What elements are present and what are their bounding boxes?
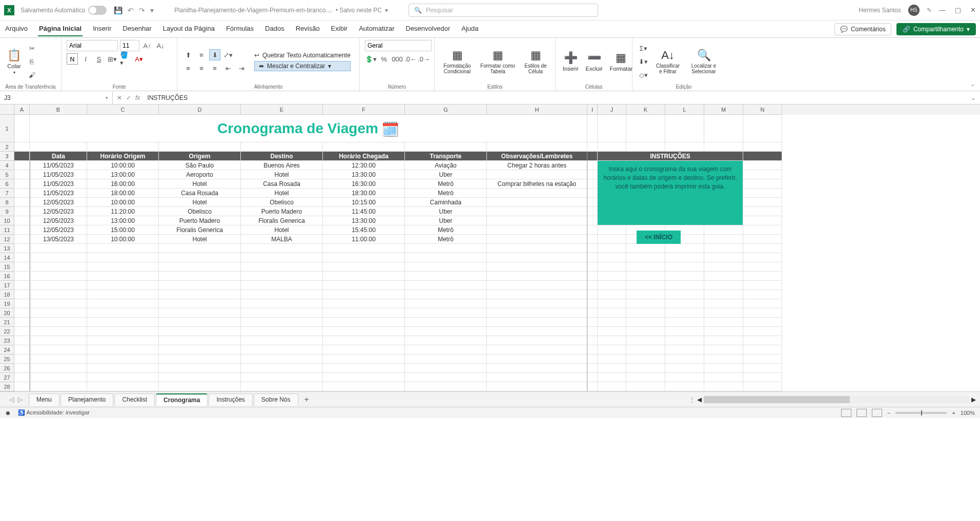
cell[interactable] <box>598 355 626 364</box>
cell[interactable] <box>743 142 782 152</box>
cell[interactable] <box>241 290 323 299</box>
cell[interactable] <box>598 318 626 327</box>
cell[interactable] <box>14 290 30 299</box>
cell[interactable] <box>14 161 30 170</box>
cell[interactable] <box>14 345 30 355</box>
cell-styles-button[interactable]: ▦Estilos de Célula <box>521 48 550 75</box>
cell[interactable] <box>30 308 87 318</box>
search-input[interactable]: 🔍 Pesquisar <box>409 4 598 17</box>
table-cell[interactable]: São Paulo <box>159 161 241 170</box>
table-cell[interactable]: 12:30:00 <box>323 161 405 170</box>
cell[interactable] <box>743 244 782 253</box>
row-header-27[interactable]: 27 <box>0 373 14 382</box>
cell[interactable] <box>487 308 587 318</box>
column-header-N[interactable]: N <box>743 105 782 115</box>
cell[interactable] <box>598 336 626 345</box>
cell[interactable] <box>14 179 30 189</box>
chevron-down-icon[interactable]: ▾ <box>385 7 388 14</box>
cell[interactable] <box>159 355 241 364</box>
cell[interactable] <box>704 253 743 262</box>
cell[interactable] <box>405 244 487 253</box>
cell[interactable] <box>241 142 323 152</box>
cell[interactable] <box>323 272 405 281</box>
row-header-15[interactable]: 15 <box>0 262 14 272</box>
table-cell[interactable]: 10:00:00 <box>87 198 159 207</box>
cell[interactable] <box>665 336 704 345</box>
cell[interactable] <box>87 345 159 355</box>
close-button[interactable]: ✕ <box>970 6 976 14</box>
cell[interactable] <box>159 364 241 373</box>
inicio-button[interactable]: << INÍCIO <box>637 231 681 244</box>
table-cell[interactable]: 15:00:00 <box>87 225 159 235</box>
cell[interactable] <box>598 253 626 262</box>
normal-view-button[interactable] <box>841 409 851 417</box>
cell[interactable] <box>14 253 30 262</box>
cell[interactable] <box>704 299 743 308</box>
cell[interactable] <box>743 253 782 262</box>
accessibility-status[interactable]: ♿ Acessibilidade: investigar <box>18 409 90 416</box>
cell[interactable] <box>704 244 743 253</box>
cell[interactable] <box>87 364 159 373</box>
cell[interactable] <box>405 308 487 318</box>
table-cell[interactable]: Casa Rosada <box>241 179 323 189</box>
cell[interactable] <box>704 272 743 281</box>
cell[interactable] <box>587 207 598 216</box>
cell[interactable] <box>487 290 587 299</box>
cell[interactable] <box>159 299 241 308</box>
italic-button[interactable]: I <box>80 53 91 65</box>
cell[interactable] <box>665 345 704 355</box>
cell[interactable] <box>665 308 704 318</box>
ribbon-tab-automatizar[interactable]: Automatizar <box>358 22 395 36</box>
zoom-in-button[interactable]: + <box>952 410 955 416</box>
table-cell[interactable]: 12/05/2023 <box>30 225 87 235</box>
table-cell[interactable]: 10:15:00 <box>323 198 405 207</box>
cell[interactable] <box>14 235 30 244</box>
fill-icon[interactable]: ⬇▾ <box>638 56 649 67</box>
ribbon-tab-revisão[interactable]: Revisão <box>295 22 321 36</box>
cell[interactable] <box>241 244 323 253</box>
cell[interactable] <box>626 290 665 299</box>
cell[interactable] <box>323 308 405 318</box>
row-header-3[interactable]: 3 <box>0 152 14 161</box>
cell[interactable] <box>87 262 159 272</box>
copy-icon[interactable]: ⎘ <box>26 56 37 67</box>
cell[interactable] <box>626 355 665 364</box>
table-header[interactable]: Transporte <box>405 152 487 161</box>
autosum-icon[interactable]: Σ▾ <box>638 43 649 54</box>
instructions-header[interactable]: INSTRUÇÕES <box>598 152 743 161</box>
cell[interactable] <box>587 115 598 142</box>
cell[interactable] <box>405 355 487 364</box>
cell[interactable] <box>405 318 487 327</box>
cell[interactable] <box>598 244 626 253</box>
row-header-23[interactable]: 23 <box>0 336 14 345</box>
redo-icon[interactable]: ↷ <box>139 6 145 14</box>
cell[interactable] <box>487 281 587 290</box>
autosave-control[interactable]: Salvamento Automático <box>21 6 107 15</box>
table-cell[interactable]: Metrô <box>405 189 487 198</box>
cell[interactable] <box>487 253 587 262</box>
table-header[interactable]: Horário Chegada <box>323 152 405 161</box>
row-header-25[interactable]: 25 <box>0 355 14 364</box>
row-header-28[interactable]: 28 <box>0 382 14 391</box>
cell[interactable] <box>587 170 598 179</box>
zoom-slider[interactable] <box>895 412 947 414</box>
cell[interactable] <box>14 364 30 373</box>
cell[interactable] <box>743 216 782 225</box>
cell[interactable] <box>587 290 598 299</box>
cell[interactable] <box>323 373 405 382</box>
cell[interactable] <box>587 308 598 318</box>
cell[interactable] <box>704 290 743 299</box>
cell[interactable] <box>487 327 587 336</box>
cell[interactable] <box>743 382 782 391</box>
cell[interactable] <box>30 373 87 382</box>
cell[interactable] <box>598 115 626 142</box>
cell[interactable] <box>14 327 30 336</box>
cell[interactable] <box>30 327 87 336</box>
cell[interactable] <box>665 253 704 262</box>
table-cell[interactable]: Hotel <box>241 170 323 179</box>
table-cell[interactable]: 12/05/2023 <box>30 216 87 225</box>
maximize-button[interactable]: ▢ <box>955 6 961 14</box>
align-right-icon[interactable]: ≡ <box>209 62 220 74</box>
cell[interactable] <box>665 327 704 336</box>
cell[interactable] <box>241 262 323 272</box>
